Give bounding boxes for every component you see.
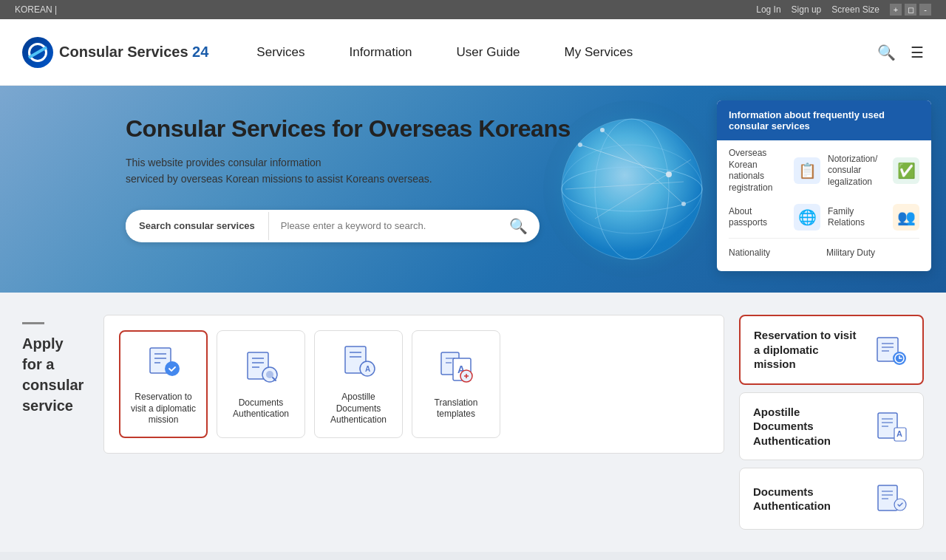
- signup-link[interactable]: Sign up: [792, 4, 822, 15]
- info-panel-header: Information about frequently used consul…: [717, 100, 931, 140]
- info-panel: Information about frequently used consul…: [717, 100, 931, 271]
- search-input[interactable]: [269, 211, 497, 240]
- info-grid: Overseas Korean nationals registration 📋…: [729, 148, 919, 231]
- login-link[interactable]: Log In: [756, 4, 780, 15]
- sidebar-card-docs-authentication[interactable]: Documents Authentication: [739, 468, 924, 530]
- service-cards: Reservation to visit a diplomatic missio…: [103, 315, 724, 454]
- docs-auth-icon: [243, 348, 279, 390]
- service-card-label-apostille: Apostille Documents Authentication: [321, 392, 396, 426]
- right-sidebar: Reservation to visit a diplomatic missio…: [739, 315, 924, 530]
- svg-point-10: [666, 171, 672, 177]
- info-item-passports[interactable]: About passports 🌐: [729, 204, 820, 231]
- info-icon-passports: 🌐: [794, 204, 820, 231]
- svg-text:A: A: [365, 365, 370, 373]
- nav-user-guide[interactable]: User Guide: [453, 45, 524, 60]
- search-bar: Search consular services 🔍: [126, 210, 540, 242]
- info-divider: [729, 238, 919, 239]
- screen-size-controls: + ◻ -: [890, 4, 931, 16]
- language-label[interactable]: KOREAN |: [15, 4, 57, 15]
- header-icons: 🔍 ☰: [877, 44, 924, 61]
- nav-services[interactable]: Services: [253, 45, 308, 60]
- top-bar: KOREAN | Log In Sign up Screen Size + ◻ …: [0, 0, 946, 19]
- hero-section: Consular Services for Overseas Koreans T…: [0, 86, 946, 293]
- info-item-label-family: Family Relations: [828, 206, 887, 229]
- apply-section: Applyfor aconsularservice Res: [22, 315, 724, 454]
- main-nav: Services Information User Guide My Servi…: [253, 45, 877, 60]
- service-card-apostille[interactable]: A Apostille Documents Authentication: [314, 330, 403, 438]
- service-card-label-reservation: Reservation to visit a diplomatic missio…: [126, 392, 200, 426]
- search-label: Search consular services: [126, 212, 269, 240]
- sidebar-card-icon-reservation: [872, 331, 909, 368]
- svg-point-18: [165, 361, 180, 376]
- service-card-reservation[interactable]: Reservation to visit a diplomatic missio…: [119, 330, 208, 438]
- search-submit-button[interactable]: 🔍: [497, 210, 540, 242]
- sidebar-card-icon-apostille: A: [873, 408, 910, 445]
- info-footer-military[interactable]: Military Duty: [826, 246, 919, 259]
- service-card-label-translation: Translation templates: [418, 397, 494, 420]
- sidebar-card-label-docs-authentication: Documents Authentication: [753, 485, 862, 513]
- search-button[interactable]: 🔍: [877, 44, 896, 61]
- svg-point-13: [681, 202, 686, 206]
- apply-label: Applyfor aconsularservice: [22, 315, 89, 454]
- apostille-icon: A: [341, 342, 376, 384]
- bottom-row: Notices | FAQ + View information about d…: [0, 552, 946, 560]
- info-item-registration[interactable]: Overseas Korean nationals registration 📋: [729, 148, 820, 194]
- nav-information[interactable]: Information: [346, 45, 416, 60]
- info-icon-family: 👥: [893, 204, 919, 231]
- info-item-family[interactable]: Family Relations 👥: [828, 204, 919, 231]
- info-icon-registration: 📋: [794, 157, 820, 184]
- content-row: Applyfor aconsularservice Res: [0, 315, 946, 530]
- screen-size-plus[interactable]: +: [890, 4, 902, 16]
- svg-text:A: A: [896, 429, 902, 438]
- service-card-translation[interactable]: A Translation templates: [412, 330, 500, 438]
- screen-size-label: Screen Size: [831, 4, 879, 15]
- info-footer-nationality[interactable]: Nationality: [729, 246, 822, 259]
- logo[interactable]: Consular Services 24: [22, 37, 208, 68]
- top-bar-right: Log In Sign up Screen Size + ◻ -: [756, 4, 931, 16]
- logo-text: Consular Services 24: [59, 44, 208, 61]
- sidebar-card-reservation[interactable]: Reservation to visit a diplomatic missio…: [739, 315, 924, 385]
- service-card-docs-auth[interactable]: Documents Authentication: [217, 330, 305, 438]
- info-footer-grid: Nationality Military Duty: [729, 246, 919, 259]
- info-panel-body: Overseas Korean nationals registration 📋…: [717, 140, 931, 271]
- header: Consular Services 24 Services Informatio…: [0, 19, 946, 86]
- info-item-label-registration: Overseas Korean nationals registration: [729, 148, 788, 194]
- logo-icon: [22, 37, 53, 68]
- hero-subtitle: This website provides consular informati…: [126, 154, 584, 188]
- screen-size-minus[interactable]: -: [919, 4, 931, 16]
- reservation-icon: [146, 342, 181, 384]
- service-card-label-docs-auth: Documents Authentication: [223, 397, 299, 420]
- sidebar-card-label-apostille: Apostille Documents Authentication: [753, 405, 862, 448]
- info-item-notorization[interactable]: Notorization/ consular legalization ✅: [828, 148, 919, 194]
- sidebar-card-label-reservation: Reservation to visit a diplomatic missio…: [754, 328, 862, 372]
- menu-button[interactable]: ☰: [911, 44, 924, 61]
- hero-title: Consular Services for Overseas Koreans: [126, 115, 584, 143]
- sidebar-card-apostille[interactable]: Apostille Documents Authentication A: [739, 392, 924, 461]
- hero-content: Consular Services for Overseas Koreans T…: [0, 86, 606, 264]
- main-content: Applyfor aconsularservice Res: [0, 293, 946, 560]
- screen-size-normal[interactable]: ◻: [905, 4, 916, 16]
- info-item-label-notorization: Notorization/ consular legalization: [828, 154, 887, 188]
- info-icon-notorization: ✅: [893, 157, 919, 184]
- top-bar-left: KOREAN |: [15, 4, 57, 15]
- info-item-label-passports: About passports: [729, 206, 788, 229]
- translation-icon: A: [438, 348, 474, 390]
- sidebar-card-icon-docs-authentication: [873, 480, 910, 517]
- nav-my-services[interactable]: My Services: [561, 45, 637, 60]
